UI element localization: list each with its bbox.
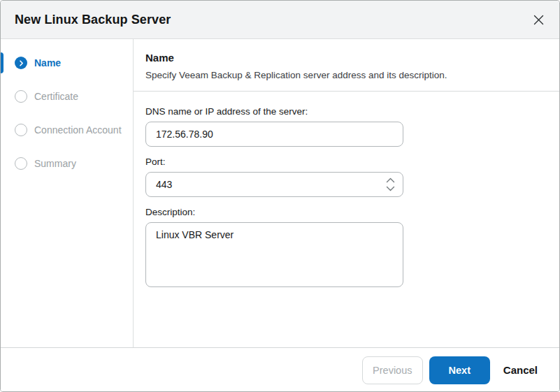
step-subtitle: Specify Veeam Backup & Replication serve… <box>145 70 545 80</box>
spin-down-button[interactable] <box>385 186 395 192</box>
step-pending-circle-icon <box>15 157 27 170</box>
wizard-steps-sidebar: Name Certificate Connection Account Summ… <box>1 39 134 347</box>
new-linux-backup-server-dialog: New Linux Backup Server Name Certificate <box>0 0 560 392</box>
step-label: Certificate <box>34 91 78 102</box>
description-field-label: Description: <box>145 207 559 217</box>
dns-field-group: DNS name or IP address of the server: <box>145 106 559 147</box>
step-pending-circle-icon <box>15 90 27 103</box>
port-field-label: Port: <box>145 157 559 167</box>
dns-input[interactable] <box>145 122 403 147</box>
dialog-titlebar: New Linux Backup Server <box>1 1 559 39</box>
step-heading: Name <box>145 52 545 64</box>
step-certificate[interactable]: Certificate <box>1 80 133 113</box>
dialog-body: Name Certificate Connection Account Summ… <box>1 39 559 347</box>
chevron-up-icon <box>386 177 395 183</box>
port-spinner <box>385 177 395 192</box>
chevron-down-icon <box>386 186 395 191</box>
dialog-footer: Previous Next Cancel <box>1 347 559 392</box>
step-name[interactable]: Name <box>1 46 133 80</box>
close-icon <box>533 15 544 25</box>
step-connection-account[interactable]: Connection Account <box>1 113 133 147</box>
port-input-wrap <box>145 172 403 197</box>
next-button[interactable]: Next <box>429 356 490 384</box>
port-input[interactable] <box>146 173 385 196</box>
cancel-button[interactable]: Cancel <box>503 364 538 376</box>
step-pending-circle-icon <box>15 124 27 136</box>
port-field-group: Port: <box>145 157 559 197</box>
step-label: Connection Account <box>34 124 122 136</box>
previous-button[interactable]: Previous <box>362 356 423 384</box>
dialog-title: New Linux Backup Server <box>15 13 529 27</box>
spin-up-button[interactable] <box>385 177 395 184</box>
step-active-circle-icon <box>15 57 27 69</box>
close-button[interactable] <box>529 10 548 29</box>
step-content-area: Name Specify Veeam Backup & Replication … <box>134 39 559 347</box>
server-details-form: DNS name or IP address of the server: Po… <box>134 92 559 287</box>
description-field-group: Description: Linux VBR Server <box>145 207 559 287</box>
step-content-header: Name Specify Veeam Backup & Replication … <box>134 39 559 80</box>
step-summary[interactable]: Summary <box>1 147 133 180</box>
description-textarea[interactable]: Linux VBR Server <box>145 222 403 287</box>
active-step-indicator <box>1 52 3 73</box>
step-label: Summary <box>34 158 76 169</box>
step-label: Name <box>34 57 61 68</box>
dns-field-label: DNS name or IP address of the server: <box>145 106 559 117</box>
